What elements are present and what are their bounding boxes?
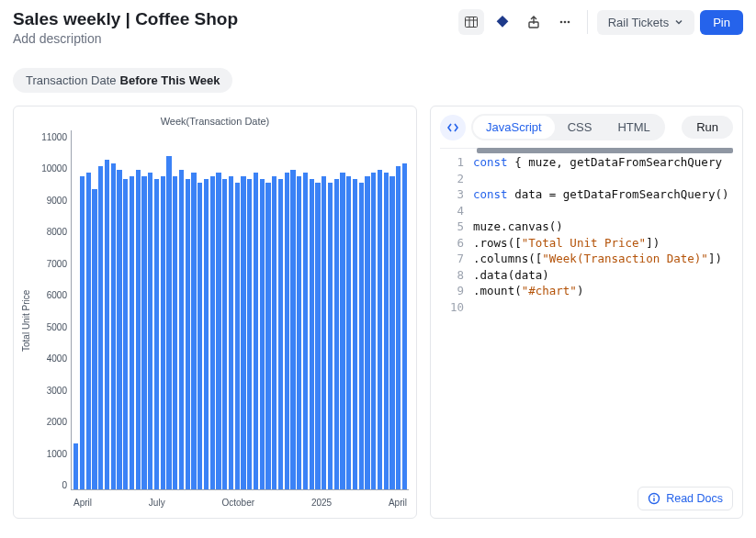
- workspace-dropdown-label: Rail Tickets: [608, 16, 669, 29]
- chart-bar: [290, 170, 295, 489]
- chart-bar: [92, 189, 96, 489]
- chart-bar: [359, 183, 364, 489]
- table-view-icon[interactable]: [458, 9, 484, 35]
- chart-bar: [136, 170, 141, 489]
- chart-bar: [141, 176, 146, 489]
- chart-bar: [86, 173, 91, 489]
- tab-css[interactable]: CSS: [555, 116, 605, 139]
- chart-bar: [353, 179, 357, 489]
- code-editor[interactable]: 12345678910 const { muze, getDataFromSea…: [440, 148, 733, 315]
- x-tick: July: [149, 498, 165, 508]
- svg-point-7: [563, 21, 566, 24]
- filter-chip-label: Transaction Date: [26, 73, 117, 87]
- chart-bar: [303, 173, 308, 489]
- chart-bar: [123, 179, 128, 489]
- read-docs-button[interactable]: Read Docs: [638, 487, 733, 510]
- tab-html[interactable]: HTML: [604, 116, 662, 139]
- y-tick: 1000: [47, 449, 67, 459]
- chart-bar: [186, 179, 190, 489]
- y-tick: 4000: [47, 353, 67, 364]
- chart-bar: [241, 176, 245, 489]
- chart-bar: [148, 173, 152, 489]
- svg-point-11: [653, 495, 655, 497]
- y-tick: 3000: [47, 386, 67, 396]
- chart-bar: [254, 173, 258, 489]
- diamond-icon[interactable]: [490, 9, 515, 35]
- y-tick: 8000: [47, 227, 67, 237]
- chart-bar: [117, 170, 121, 489]
- chart-bar: [384, 173, 389, 489]
- y-tick: 10000: [41, 163, 67, 174]
- chart-bar: [378, 170, 382, 489]
- y-tick: 6000: [47, 290, 67, 300]
- chart-bar: [297, 176, 301, 489]
- y-tick: 0: [62, 480, 67, 490]
- chart-bar: [98, 166, 103, 489]
- description-placeholder[interactable]: Add description: [13, 31, 238, 46]
- chart-bar: [389, 176, 394, 489]
- chart-bar: [154, 179, 159, 489]
- x-tick: 2025: [311, 498, 332, 508]
- chart-bar: [402, 163, 407, 489]
- y-tick: 7000: [47, 259, 67, 269]
- chart-bar: [204, 179, 209, 489]
- run-button[interactable]: Run: [682, 116, 733, 139]
- chart-bar: [73, 443, 78, 489]
- chart-bar: [166, 156, 171, 489]
- chart-panel: Week(Transaction Date) Total Unit Price …: [13, 106, 417, 519]
- share-icon[interactable]: [521, 9, 547, 35]
- chart-bar: [346, 176, 351, 489]
- chart-bar: [216, 173, 220, 489]
- chart-bar: [247, 179, 252, 489]
- y-tick: 5000: [47, 322, 67, 332]
- more-icon[interactable]: [552, 9, 578, 35]
- svg-rect-0: [465, 17, 477, 28]
- horizontal-scrollbar[interactable]: [477, 148, 733, 153]
- chart-y-axis: 1100010000900080007000600050004000300020…: [34, 130, 71, 510]
- chart-bar: [334, 179, 339, 489]
- chart-title: Week(Transaction Date): [21, 116, 409, 127]
- chart-bar: [371, 173, 376, 489]
- svg-point-8: [567, 21, 570, 24]
- page-title: Sales weekly | Coffee Shop: [13, 9, 238, 29]
- chart-bar: [130, 176, 134, 489]
- info-icon: [648, 492, 660, 505]
- chart-bar: [328, 183, 333, 489]
- y-tick: 11000: [41, 132, 67, 142]
- tab-javascript[interactable]: JavaScript: [473, 116, 555, 139]
- chart-bar: [235, 183, 240, 489]
- chart-bar: [315, 183, 320, 489]
- chart-bar: [278, 179, 283, 489]
- read-docs-label: Read Docs: [666, 492, 723, 505]
- filter-chip[interactable]: Transaction Date Before This Week: [13, 68, 232, 93]
- divider: [587, 10, 588, 34]
- chart-bar: [80, 176, 85, 489]
- chart-bar: [105, 160, 109, 489]
- chart-bar: [111, 163, 116, 489]
- workspace-dropdown[interactable]: Rail Tickets: [597, 10, 694, 35]
- y-tick: 2000: [47, 417, 67, 427]
- pin-button[interactable]: Pin: [700, 10, 743, 35]
- chart-bar: [210, 176, 215, 489]
- x-tick: April: [389, 498, 407, 508]
- chart-bar: [365, 176, 369, 489]
- code-icon[interactable]: [440, 115, 466, 140]
- chart-bar: [265, 183, 270, 489]
- chart-bar: [222, 179, 227, 489]
- x-tick: April: [73, 498, 92, 508]
- chevron-down-icon: [674, 17, 683, 27]
- chart-bar: [340, 173, 344, 489]
- svg-rect-4: [496, 16, 508, 28]
- chart-x-axis: AprilJulyOctober2025April: [72, 498, 409, 508]
- chart-y-axis-label: Total Unit Price: [21, 130, 34, 510]
- code-panel: JavaScript CSS HTML Run 12345678910 cons…: [430, 106, 743, 519]
- chart-bar: [173, 176, 177, 489]
- code-tab-group: JavaScript CSS HTML: [471, 114, 665, 140]
- y-tick: 9000: [47, 196, 67, 206]
- chart-bar: [229, 176, 233, 489]
- chart-bar: [260, 179, 265, 489]
- chart-bar: [179, 170, 184, 489]
- chart-bar: [272, 176, 276, 489]
- chart-bar: [197, 183, 202, 489]
- chart-bar: [396, 166, 401, 489]
